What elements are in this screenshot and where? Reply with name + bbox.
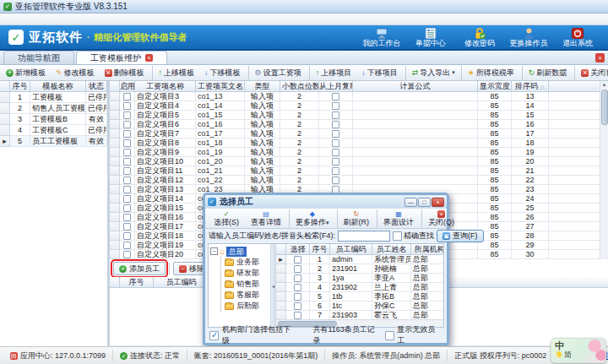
query-button[interactable]: ▣ 查询(F) [437,230,484,242]
enable-checkbox[interactable] [123,102,131,110]
enable-checkbox[interactable] [123,139,131,147]
copy-checkbox[interactable] [332,93,339,101]
toolbar-button[interactable]: ✎ 修改模板 [52,66,100,80]
enable-checkbox[interactable] [123,223,131,231]
document-center-button[interactable]: 单据中心 [409,28,453,47]
workbench-button[interactable]: 我的工作台 [360,28,404,47]
salary-row[interactable]: 自定义项目6 co1_16 输入项 2 85 16 [110,120,600,129]
salary-row[interactable]: 自定义项目7 co1_17 输入项 2 85 17 [110,129,600,139]
dialog-toolbar-button[interactable]: ▤ 查看详情 [245,209,287,229]
tabrow-close-icon[interactable]: × [595,53,605,62]
template-row[interactable]: 2 销售人员工资模板 已停用 [0,103,107,114]
copy-checkbox[interactable] [332,102,339,110]
tab-function-nav[interactable]: 功能导航图 [3,51,74,64]
enable-checkbox[interactable] [123,242,131,249]
salary-row[interactable]: 自定义项目11 co1_21 输入项 2 85 21 [110,166,600,176]
add-employee-button[interactable]: + 添加员工 [113,262,166,275]
select-employee-checkbox[interactable] [294,284,301,291]
copy-checkbox[interactable] [332,149,339,156]
dialog-toolbar-button[interactable]: ◆ 更多操作▾ [289,209,335,229]
org-tree-item[interactable]: 销售部 [221,279,270,290]
scrollbar-thumb[interactable] [601,90,608,125]
toolbar-button[interactable]: ↑ 上移项目 [309,66,358,80]
enable-checkbox[interactable] [123,204,131,212]
dialog-maximize-button[interactable]: □ [418,198,431,207]
employee-row[interactable]: 7 231903 霍云飞 总部 [276,311,443,319]
copy-checkbox[interactable] [332,121,339,128]
toolbar-button[interactable]: ★ 所得税税率 [461,66,520,80]
enable-checkbox[interactable] [123,121,131,128]
org-tree-item[interactable]: 业务部 [221,257,270,268]
toolbar-button[interactable]: ↓ 下移项目 [357,66,404,80]
enable-checkbox[interactable] [123,214,131,221]
enable-checkbox[interactable] [123,195,131,203]
employee-row[interactable]: 2 231901 孙晓楠 总部 销售部 [276,264,443,274]
salary-table-scrollbar[interactable]: ▲ [600,81,608,259]
employee-row[interactable]: ▸ 1 admin 系统管理员 总部 [276,255,443,264]
tab-close-icon[interactable]: × [145,54,153,62]
template-row[interactable]: ▸ 5 员工工资模板 有效 [0,136,107,147]
toolbar-button[interactable]: × 删除模板 [100,66,150,80]
toolbar-button[interactable]: + 新增模板 [2,66,52,80]
enable-checkbox[interactable] [123,149,131,156]
employee-row[interactable]: 6 1tc 孙保C 总部 业务部 [276,302,443,311]
include-sub-checkbox[interactable] [209,331,219,340]
enable-checkbox[interactable] [123,130,131,138]
employee-row[interactable]: 3 1ya 李亚A 总部 业务部 [276,274,443,283]
tree-collapse-icon[interactable]: − [210,247,218,255]
copy-checkbox[interactable] [332,177,339,184]
select-employee-checkbox[interactable] [294,312,301,319]
toolbar-button[interactable]: ⇄ 导入导出 ▾ [405,66,459,80]
salary-row[interactable]: 自定义项目9 co1_19 输入项 2 85 19 [110,148,600,157]
enable-checkbox[interactable] [123,177,131,184]
template-row[interactable]: 3 工资模板B 有效 [0,114,107,125]
copy-checkbox[interactable] [332,139,339,147]
salary-row[interactable]: 自定义项目4 co1_14 输入项 2 85 14 [110,101,600,111]
org-tree-item[interactable]: 客服部 [221,290,270,301]
enable-checkbox[interactable] [123,251,131,258]
enable-checkbox[interactable] [123,167,131,175]
salary-row[interactable]: 自定义项目10 co1_20 输入项 2 85 20 [110,157,600,166]
template-row[interactable]: 4 工资模板C 已停用 [0,125,107,136]
salary-row[interactable]: 自定义项目8 co1_18 输入项 2 85 18 [110,139,600,148]
scroll-up-icon[interactable]: ▲ [602,81,607,89]
dialog-close-button[interactable]: × [432,198,444,207]
enable-checkbox[interactable] [123,158,131,166]
dialog-toolbar-button[interactable]: × 关闭(Q) [421,209,460,229]
switch-operator-button[interactable]: 更换操作员 [507,28,551,47]
copy-checkbox[interactable] [332,158,339,166]
employee-row[interactable]: 4 231902 兰上青 总部 业务部 [276,283,443,292]
ime-widget[interactable]: 中 简 [551,338,606,363]
tab-salary-template[interactable]: 工资模板维护 × [76,51,167,64]
select-employee-checkbox[interactable] [294,256,301,263]
toolbar-button[interactable]: ↓ 下移模板 [200,66,247,80]
salary-row[interactable]: 自定义项目3 co1_13 输入项 2 85 13 [110,92,600,101]
org-tree-root[interactable]: − ⌂ 总部 [210,246,270,257]
select-employee-checkbox[interactable] [294,265,301,273]
org-tree-item[interactable]: 后勤部 [221,301,270,312]
enable-checkbox[interactable] [123,93,131,101]
enable-checkbox[interactable] [123,111,131,119]
template-row[interactable]: 1 工资模板 已停用 [0,92,107,103]
employee-row[interactable]: 5 1tb 李拓B 总部 业务部 [276,292,443,302]
copy-checkbox[interactable] [332,111,339,119]
select-employee-checkbox[interactable] [294,274,301,282]
toolbar-button[interactable]: ↻ 刷新数据 [522,66,573,80]
dialog-minimize-button[interactable]: — [404,198,417,207]
dialog-toolbar-button[interactable]: ▦ 界面设计 [377,209,420,229]
exact-search-checkbox[interactable] [393,231,402,241]
dialog-toolbar-button[interactable]: ↻ 刷新(R) [337,209,376,229]
select-employee-checkbox[interactable] [294,293,301,301]
change-password-button[interactable]: 修改密码 [458,28,502,47]
toolbar-button[interactable]: ⚙ 设置工资项 [248,66,307,80]
toolbar-button[interactable]: ↑ 上移模板 [152,66,201,80]
dialog-toolbar-button[interactable]: ✓ 选择(S) [208,209,245,229]
dialog-titlebar[interactable]: ✓ 选择员工 — □ × [205,195,447,209]
org-tree-item[interactable]: 研发部 [221,268,270,279]
enable-checkbox[interactable] [123,186,131,193]
show-invalid-checkbox[interactable] [385,331,394,340]
copy-checkbox[interactable] [332,130,339,138]
select-employee-checkbox[interactable] [294,302,301,310]
toolbar-button[interactable]: × 关闭窗口 [574,66,608,80]
exit-system-button[interactable]: 退出系统 [556,28,600,47]
